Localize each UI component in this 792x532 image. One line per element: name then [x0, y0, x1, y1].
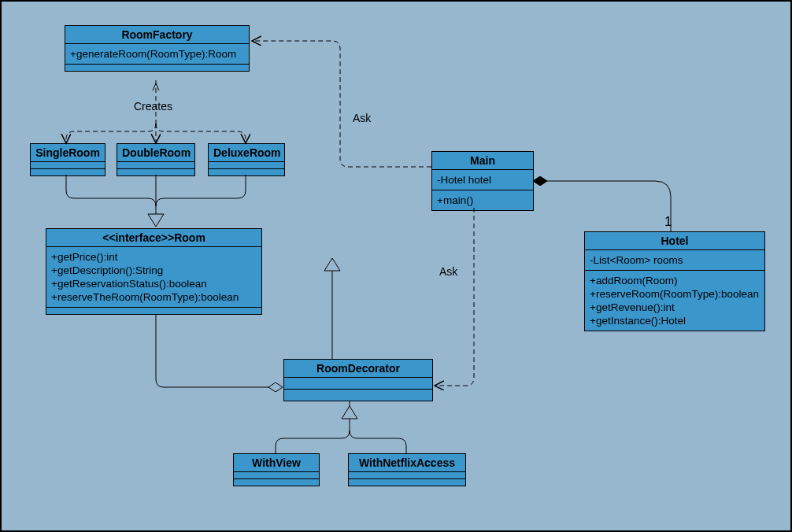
class-with-view: WithView — [233, 453, 320, 486]
class-with-netflix-access: WithNetflixAccess — [348, 453, 466, 486]
class-single-room: SingleRoom — [30, 143, 105, 176]
label-ask-1: Ask — [353, 112, 371, 124]
class-main: Main -Hotel hotel +main() — [431, 151, 534, 211]
class-room-factory: RoomFactory +generateRoom(RoomType):Room — [65, 25, 250, 72]
class-name: DoubleRoom — [117, 144, 194, 162]
class-name: RoomFactory — [65, 26, 249, 44]
uml-diagram: RoomFactory +generateRoom(RoomType):Room… — [0, 0, 792, 532]
label-creates: Creates — [134, 100, 172, 113]
class-room-interface: <<interface>>Room +getPrice():int +getDe… — [46, 228, 262, 315]
method: +reserveTheRoom(RoomType):boolean — [51, 290, 257, 304]
method: +getInstance():Hotel — [590, 314, 760, 327]
attribute: -Hotel hotel — [437, 173, 528, 187]
class-name: Hotel — [585, 232, 764, 250]
class-name: Main — [432, 152, 533, 170]
class-double-room: DoubleRoom — [117, 143, 195, 176]
method: +getRevenue():int — [590, 301, 760, 314]
method: +getPrice():int — [51, 250, 257, 264]
method: +generateRoom(RoomType):Room — [70, 47, 244, 61]
class-deluxe-room: DeluxeRoom — [208, 143, 285, 176]
label-one: 1 — [664, 214, 672, 230]
attribute: -List<Room> rooms — [590, 253, 760, 267]
method: +addRoom(Room) — [590, 274, 760, 287]
method: +reserveRoom(RoomType):boolean — [590, 287, 760, 301]
method: +main() — [437, 194, 528, 207]
method: +getDescription():String — [51, 264, 257, 277]
class-name: RoomDecorator — [284, 360, 432, 378]
class-hotel: Hotel -List<Room> rooms +addRoom(Room) +… — [584, 231, 765, 331]
class-name: DeluxeRoom — [209, 144, 284, 162]
class-name: WithView — [234, 454, 319, 472]
class-name: SingleRoom — [31, 144, 105, 162]
class-name: WithNetflixAccess — [349, 454, 465, 472]
class-room-decorator: RoomDecorator — [283, 359, 433, 401]
method: +getReservationStatus():boolean — [51, 277, 257, 290]
label-ask-2: Ask — [439, 265, 457, 278]
class-name: <<interface>>Room — [46, 229, 261, 247]
